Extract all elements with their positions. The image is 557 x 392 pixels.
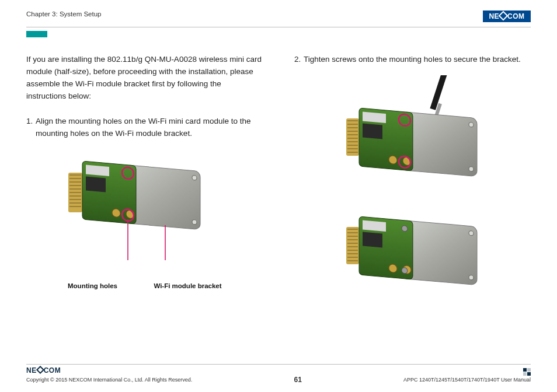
page-number: 61 xyxy=(294,376,301,384)
label-wifi-bracket: Wi-Fi module bracket xyxy=(144,281,232,292)
accent-bar xyxy=(26,31,47,37)
svg-point-58 xyxy=(469,230,474,236)
svg-point-13 xyxy=(192,219,197,225)
wifi-module-screwdriver-illustration xyxy=(325,75,500,186)
header-rule xyxy=(26,27,531,27)
step-1-text: Align the mounting holes on the Wi-Fi mi… xyxy=(36,116,263,140)
copyright-text: Copyright © 2015 NEXCOM International Co… xyxy=(26,377,192,383)
svg-point-66 xyxy=(402,267,408,274)
chapter-label: Chapter 3: System Setup xyxy=(26,10,101,18)
step-2-text: Tighten screws onto the mounting holes t… xyxy=(304,54,521,66)
step-2-number: 2. xyxy=(294,54,304,66)
brand-logo-bottom: NECOM xyxy=(26,366,61,374)
label-mounting-holes: Mounting holes xyxy=(58,281,128,292)
intro-paragraph: If you are installing the 802.11b/g QN-M… xyxy=(26,54,263,103)
svg-point-12 xyxy=(192,175,197,180)
svg-point-38 xyxy=(469,166,474,172)
svg-point-65 xyxy=(402,225,408,232)
footer-ornament xyxy=(523,368,531,376)
diagram-step1: Mounting holes Wi-Fi module bracket xyxy=(26,150,263,292)
svg-point-59 xyxy=(469,275,474,280)
left-column: If you are installing the 802.11b/g QN-M… xyxy=(26,54,263,293)
step-1: 1. Align the mounting holes on the Wi-Fi… xyxy=(26,116,263,140)
doc-title: APPC 1240T/1245T/1540T/1740T/1940T User … xyxy=(403,377,531,383)
brand-logo-top: NECOM xyxy=(483,10,531,22)
svg-rect-16 xyxy=(86,176,106,192)
right-column: 2. Tighten screws onto the mounting hole… xyxy=(294,54,531,293)
step-2: 2. Tighten screws onto the mounting hole… xyxy=(294,54,531,66)
svg-rect-41 xyxy=(363,123,382,139)
wifi-module-assembled-illustration xyxy=(325,206,500,293)
svg-point-37 xyxy=(469,122,474,127)
wifi-module-illustration xyxy=(26,150,236,279)
page-footer: NECOM Copyright © 2015 NEXCOM Internatio… xyxy=(26,364,531,384)
step-1-number: 1. xyxy=(26,116,36,140)
svg-rect-62 xyxy=(363,232,382,247)
